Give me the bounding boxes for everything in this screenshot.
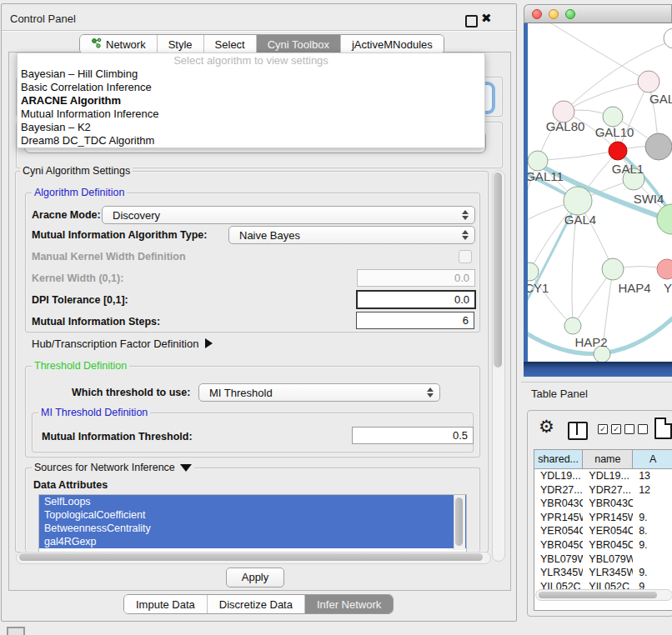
table-panel: ⚙ ✓ ✓ shared...nameA YDL19...YDL19...13Y…: [527, 410, 672, 617]
minimize-traffic-light-icon[interactable]: [549, 9, 559, 19]
aracne-mode-combo[interactable]: Discovery: [102, 206, 475, 224]
algorithm-option-bayesian-k2[interactable]: Bayesian – K2: [18, 121, 484, 134]
tab-discretize-data[interactable]: Discretize Data: [208, 595, 305, 613]
mi-algorithm-type-value: Naive Bayes: [239, 229, 300, 242]
attributes-scrollbar-thumb[interactable]: [455, 498, 463, 546]
algorithm-definition-title: Algorithm Definition: [32, 187, 127, 198]
network-node-gcy1[interactable]: [528, 262, 539, 281]
node-label-gal80: GAL80: [546, 119, 585, 133]
deselect-all-icon[interactable]: [624, 424, 648, 434]
table-row[interactable]: YBL079WYBL079W: [534, 552, 672, 567]
attribute-item-selfloops[interactable]: SelfLoops: [39, 495, 466, 508]
network-node-gal10[interactable]: [603, 107, 623, 127]
tab-label: Infer Network: [317, 598, 381, 611]
which-threshold-combo[interactable]: MI Threshold: [198, 383, 440, 402]
table-header-row: shared...nameA: [534, 450, 672, 469]
table-row[interactable]: YPR145WYPR145W9.: [534, 511, 672, 525]
select-all-icon[interactable]: ✓ ✓: [598, 424, 621, 434]
cyni-algorithm-settings-title: Cyni Algorithm Settings: [20, 165, 133, 177]
network-window-titlebar[interactable]: [524, 4, 672, 23]
tab-label: Network: [106, 38, 146, 51]
mi-steps-field[interactable]: 6: [356, 312, 474, 329]
network-node[interactable]: [664, 28, 672, 48]
table-cell: [633, 497, 672, 511]
algorithm-option-dream8-dc-tdc-algorithm[interactable]: Dream8 DC_TDC Algorithm: [18, 134, 484, 148]
tab-cyni-toolbox[interactable]: Cyni Toolbox: [257, 35, 341, 53]
network-window-frame-bottom: [524, 362, 672, 377]
mi-threshold-field[interactable]: 0.5: [352, 427, 474, 444]
tab-network[interactable]: Network: [80, 35, 158, 53]
split-columns-icon[interactable]: [568, 422, 588, 440]
tab-select[interactable]: Select: [204, 35, 257, 53]
table-cell: YBR045C: [534, 538, 583, 552]
float-window-icon[interactable]: [465, 15, 478, 28]
network-edge: [544, 23, 649, 82]
network-node[interactable]: [645, 133, 672, 160]
zoom-traffic-light-icon[interactable]: [565, 9, 575, 19]
table-row[interactable]: YDR27...YDR27...12: [534, 483, 672, 498]
tab-impute-data[interactable]: Impute Data: [124, 595, 208, 613]
network-node-y[interactable]: [657, 259, 672, 279]
table-cell: YPR145W: [534, 511, 583, 525]
algorithm-option-aracne-algorithm[interactable]: ARACNE Algorithm: [18, 94, 484, 108]
network-node-hap4[interactable]: [602, 258, 624, 280]
sources-title-row[interactable]: Sources for Network Inference: [32, 462, 194, 473]
data-attributes-list[interactable]: SelfLoopsTopologicalCoefficientBetweenne…: [38, 494, 467, 552]
network-node-gal11[interactable]: [528, 151, 548, 171]
network-node-gal1[interactable]: [609, 142, 627, 160]
network-node-gal4[interactable]: [564, 187, 592, 215]
spinner-arrows-icon: [462, 210, 469, 220]
apply-button[interactable]: Apply: [226, 568, 284, 588]
table-cell: 9.: [633, 511, 672, 525]
table-hscrollbar-thumb[interactable]: [539, 592, 657, 598]
table-cell: YBR043C: [534, 497, 583, 511]
algorithm-option-mutual-information-inference[interactable]: Mutual Information Inference: [18, 108, 484, 121]
control-panel-tabs: NetworkStyleSelectCyni ToolboxjActiveMNo…: [79, 34, 444, 54]
attribute-item-betweennesscentrality[interactable]: BetweennessCentrality: [39, 522, 466, 535]
settings-vscrollbar-thumb[interactable]: [494, 172, 502, 368]
control-panel-window: Control Panel ✖ NetworkStyleSelectCyni T…: [1, 3, 517, 622]
new-table-icon[interactable]: [654, 418, 672, 439]
network-view-window: GALGAL80GAL10GAL1GAL11SWI4GAL4GCY1HAP4YH…: [524, 4, 672, 377]
node-label-gal11: GAL11: [528, 169, 564, 183]
algorithm-option-basic-correlation-inference[interactable]: Basic Correlation Inference: [18, 81, 484, 94]
table-row[interactable]: YDL19...YDL19...13: [534, 469, 672, 483]
dpi-tolerance-field[interactable]: 0.0: [356, 290, 476, 309]
column-header-name[interactable]: name: [583, 450, 633, 468]
column-header-a[interactable]: A: [633, 450, 672, 468]
network-canvas[interactable]: GALGAL80GAL10GAL1GAL11SWI4GAL4GCY1HAP4YH…: [528, 23, 672, 362]
table-row[interactable]: YBR043CYBR043C: [534, 497, 672, 511]
attribute-item-topologicalcoefficient[interactable]: TopologicalCoefficient: [39, 508, 466, 522]
network-node-hap2[interactable]: [564, 318, 581, 334]
aracne-mode-label: Aracne Mode:: [32, 209, 101, 221]
mi-steps-label: Mutual Information Steps:: [32, 316, 160, 328]
collapsed-panel-icon[interactable]: [7, 627, 25, 635]
close-icon[interactable]: ✖: [481, 11, 492, 26]
column-header-shared[interactable]: shared...: [534, 450, 583, 468]
table-row[interactable]: YLR345WYLR345W9.: [534, 566, 672, 580]
table-cell: YBL079W: [583, 552, 633, 567]
attribute-item-gal4rgexp[interactable]: gal4RGexp: [39, 535, 466, 548]
manual-kernel-width-checkbox[interactable]: [459, 250, 472, 263]
algorithm-option-bayesian-hill-climbing[interactable]: Bayesian – Hill Climbing: [18, 68, 484, 81]
table-row[interactable]: YER054CYER054C8.: [534, 524, 672, 538]
network-node[interactable]: [657, 204, 672, 234]
tab-jactivemnodules[interactable]: jActiveMNodules: [341, 35, 444, 53]
hub-definition-toggle[interactable]: Hub/Transcription Factor Definition: [32, 338, 213, 350]
tab-infer-network[interactable]: Infer Network: [305, 595, 393, 613]
table-hscrollbar[interactable]: [535, 589, 672, 601]
mi-algorithm-type-combo[interactable]: Naive Bayes: [228, 226, 475, 244]
tab-style[interactable]: Style: [158, 35, 204, 53]
node-table: shared...nameA YDL19...YDL19...13YDR27..…: [534, 449, 672, 611]
network-node-gal[interactable]: [638, 71, 659, 92]
table-cell: YER054C: [583, 524, 633, 538]
network-edge: [528, 155, 672, 222]
settings-hscrollbar-thumb[interactable]: [19, 553, 483, 561]
kernel-width-field[interactable]: 0.0: [357, 269, 475, 287]
gear-icon[interactable]: ⚙: [539, 417, 554, 437]
unchecked-box-icon: [624, 424, 634, 434]
table-row[interactable]: YBR045CYBR045C9.: [534, 538, 672, 552]
table-cell: YDL19...: [583, 469, 633, 483]
table-cell: 12: [633, 483, 672, 498]
close-traffic-light-icon[interactable]: [532, 9, 542, 19]
